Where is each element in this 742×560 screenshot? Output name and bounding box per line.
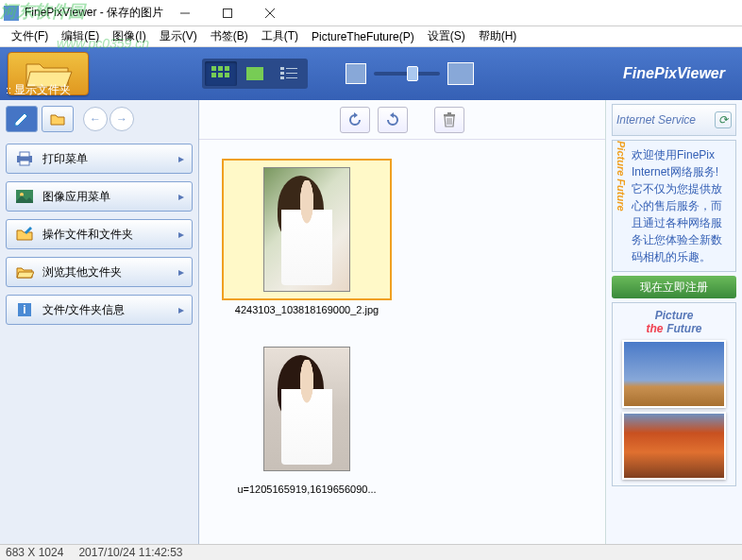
chevron-right-icon: ▸ — [178, 228, 184, 241]
sidebar-mode-folder-button[interactable] — [42, 106, 74, 132]
view-mode-list-button[interactable] — [273, 61, 305, 86]
sidebar-item-label: 浏览其他文件夹 — [42, 264, 122, 280]
zoom-small-icon[interactable] — [346, 63, 366, 84]
maximize-button[interactable] — [206, 0, 248, 26]
view-mode-single-button[interactable] — [239, 61, 271, 86]
nav-forward-button[interactable]: → — [110, 107, 134, 131]
content-toolbar — [199, 100, 605, 140]
internet-service-panel: Internet Service ⟳ Picture Future 欢迎使用Fi… — [605, 100, 742, 544]
svg-rect-7 — [225, 66, 229, 71]
view-mode-group — [202, 59, 308, 89]
folder-edit-icon — [14, 226, 35, 243]
thumbnail-image — [263, 167, 350, 292]
close-button[interactable] — [248, 0, 291, 26]
svg-rect-19 — [20, 152, 29, 157]
sidebar-item-label: 操作文件和文件夹 — [42, 227, 133, 243]
zoom-slider-handle[interactable] — [407, 66, 418, 81]
chevron-right-icon: ▸ — [178, 303, 184, 316]
sample-image-autumn — [622, 412, 726, 480]
nav-back-button[interactable]: ← — [83, 107, 108, 131]
sample-image-sky — [622, 340, 726, 408]
sidebar-browse-button[interactable]: 浏览其他文件夹 ▸ — [6, 257, 193, 287]
menu-help[interactable]: 帮助(H) — [473, 26, 523, 46]
menu-image[interactable]: 图像(I) — [107, 26, 151, 46]
sidebar-mode-edit-button[interactable] — [6, 106, 38, 132]
app-icon — [4, 6, 19, 21]
svg-rect-6 — [218, 66, 223, 71]
status-datetime: 2017/10/24 11:42:53 — [78, 546, 182, 559]
svg-rect-26 — [447, 112, 451, 114]
zoom-slider-group — [346, 62, 474, 85]
svg-rect-13 — [286, 68, 297, 69]
ptf-vertical-logo: Picture Future — [615, 141, 628, 271]
svg-rect-14 — [280, 72, 284, 75]
menubar: 文件(F) 编辑(E) 图像(I) 显示(V) 书签(B) 工具(T) Pict… — [0, 26, 742, 47]
sidebar: ← → 打印菜单 ▸ 图像应用菜单 ▸ 操作文件和文件夹 ▸ 浏览其他文件夹 ▸… — [0, 100, 199, 544]
thumbnail-image — [263, 347, 350, 471]
svg-rect-8 — [211, 73, 216, 77]
sidebar-imageapp-button[interactable]: 图像应用菜单 ▸ — [6, 181, 193, 212]
thumbnail-item[interactable]: 4243103_103818169000_2.jpg — [222, 159, 392, 315]
printer-icon — [14, 150, 35, 167]
menu-bookmark[interactable]: 书签(B) — [205, 26, 254, 46]
promo-text: 欢迎使用FinePix Internet网络服务!它不仅为您提供放心的售后服务，… — [632, 146, 730, 265]
chevron-right-icon: ▸ — [178, 152, 184, 165]
zoom-large-icon[interactable] — [447, 62, 474, 85]
info-icon: i — [14, 301, 35, 318]
sidebar-fileops-button[interactable]: 操作文件和文件夹 ▸ — [6, 219, 193, 249]
svg-rect-9 — [218, 73, 223, 77]
thumbnail-filename: 4243103_103818169000_2.jpg — [235, 304, 379, 315]
menu-edit[interactable]: 编辑(E) — [56, 26, 105, 46]
svg-rect-5 — [211, 66, 216, 71]
statusbar: 683 X 1024 2017/10/24 11:42:53 — [0, 544, 742, 560]
svg-rect-15 — [286, 73, 297, 74]
service-header: Internet Service ⟳ — [612, 104, 736, 136]
view-mode-thumbs-button[interactable] — [205, 61, 237, 86]
sidebar-item-label: 图像应用菜单 — [42, 189, 110, 205]
svg-rect-17 — [286, 77, 297, 78]
sidebar-info-button[interactable]: i 文件/文件夹信息 ▸ — [6, 295, 193, 325]
minimize-button[interactable] — [163, 0, 206, 26]
rotate-right-button[interactable] — [378, 107, 408, 133]
thumbnail-frame[interactable] — [222, 159, 392, 300]
menu-tools[interactable]: 工具(T) — [256, 26, 304, 46]
svg-text:i: i — [23, 303, 25, 316]
svg-rect-20 — [20, 161, 29, 165]
svg-rect-25 — [444, 114, 455, 116]
register-button[interactable]: 现在立即注册 — [612, 276, 736, 298]
svg-rect-0 — [4, 6, 19, 21]
content-area: 4243103_103818169000_2.jpg u=1205165919,… — [199, 100, 605, 544]
sidebar-print-button[interactable]: 打印菜单 ▸ — [6, 144, 193, 174]
thumbnail-filename: u=1205165919,1619656090... — [237, 484, 376, 495]
sidebar-item-label: 文件/文件夹信息 — [42, 302, 125, 318]
thumbnails-area[interactable]: 4243103_103818169000_2.jpg u=1205165919,… — [199, 140, 605, 544]
titlebar: FinePixViewer - 保存的图片 — [0, 0, 742, 26]
refresh-button[interactable]: ⟳ — [715, 111, 732, 128]
status-dimensions: 683 X 1024 — [6, 546, 63, 559]
panel-label: :: 显示文件夹 — [6, 82, 71, 98]
svg-rect-10 — [225, 73, 229, 77]
svg-rect-16 — [280, 76, 284, 79]
thumbnail-item[interactable]: u=1205165919,1619656090... — [222, 338, 392, 495]
menu-ptf[interactable]: PictureTheFuture(P) — [306, 28, 420, 45]
menu-file[interactable]: 文件(F) — [6, 26, 54, 46]
thumbnail-frame[interactable] — [222, 338, 392, 480]
promo-box: Picture Future 欢迎使用FinePix Internet网络服务!… — [612, 140, 736, 272]
menu-view[interactable]: 显示(V) — [154, 26, 203, 46]
svg-rect-11 — [246, 67, 263, 80]
main-toolbar: :: 显示文件夹 FinePixViewer — [0, 47, 742, 100]
zoom-slider-track[interactable] — [374, 72, 440, 76]
image-app-icon — [14, 188, 35, 205]
service-title: Internet Service — [616, 114, 696, 126]
svg-rect-2 — [223, 8, 231, 17]
menu-settings[interactable]: 设置(S) — [422, 26, 471, 46]
sidebar-item-label: 打印菜单 — [42, 151, 88, 167]
rotate-left-button[interactable] — [340, 107, 370, 133]
delete-button[interactable] — [434, 107, 464, 133]
chevron-right-icon: ▸ — [178, 265, 184, 279]
ptf-promo-box: Picture the Future — [612, 302, 736, 486]
folder-open-icon — [14, 263, 35, 280]
brand-logo: FinePixViewer — [623, 65, 734, 82]
ptf-logo: Picture the Future — [647, 309, 702, 336]
svg-rect-12 — [280, 67, 284, 70]
